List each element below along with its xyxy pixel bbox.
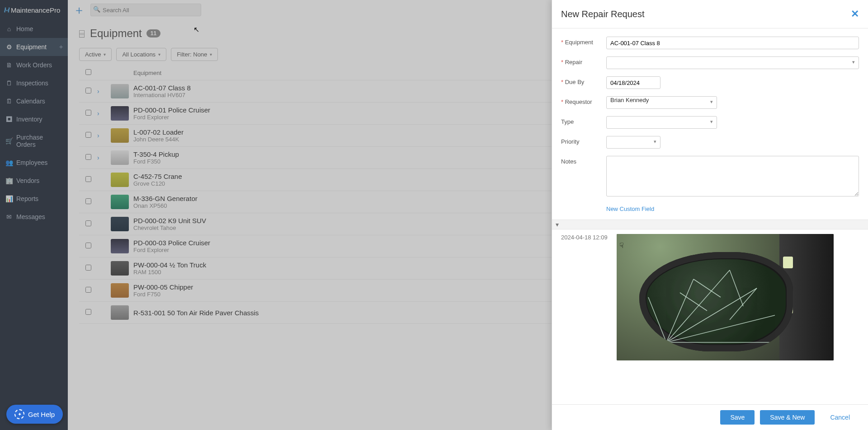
- label-dueby: Due By: [561, 76, 606, 85]
- svg-line-7: [730, 270, 743, 306]
- save-and-new-button[interactable]: Save & New: [760, 410, 815, 425]
- requestor-select[interactable]: Brian Kennedy: [606, 96, 717, 109]
- svg-line-1: [666, 270, 730, 342]
- help-label: Get Help: [28, 411, 55, 418]
- priority-select[interactable]: [606, 136, 660, 149]
- label-notes: Notes: [561, 156, 606, 165]
- caret-down-icon: ▾: [556, 221, 559, 228]
- save-button[interactable]: Save: [720, 410, 755, 425]
- label-requestor: Requestor: [561, 96, 606, 105]
- dueby-input[interactable]: [606, 76, 660, 89]
- section-toggle[interactable]: ▾: [552, 220, 868, 229]
- type-select[interactable]: [606, 116, 717, 129]
- svg-line-8: [730, 288, 757, 320]
- repair-select[interactable]: [606, 56, 859, 69]
- cancel-button[interactable]: Cancel: [820, 410, 860, 425]
- label-type: Type: [561, 116, 606, 125]
- label-equipment: Equipment: [561, 37, 606, 46]
- close-button[interactable]: ✕: [851, 8, 859, 20]
- repair-request-drawer: New Repair Request ✕ Equipment Repair Du…: [552, 0, 868, 430]
- svg-line-0: [666, 279, 693, 342]
- attachment-image[interactable]: [617, 234, 834, 360]
- label-priority: Priority: [561, 136, 606, 145]
- drawer-title: New Repair Request: [561, 9, 645, 19]
- svg-line-2: [666, 288, 757, 342]
- get-help-button[interactable]: ✦ Get Help: [6, 405, 63, 424]
- attachment-timestamp: 2024-04-18 12:09: [561, 234, 608, 241]
- new-custom-field-link[interactable]: New Custom Field: [606, 206, 654, 212]
- svg-line-6: [693, 279, 721, 297]
- label-repair: Repair: [561, 56, 606, 65]
- select-value: Brian Kennedy: [610, 97, 649, 103]
- notes-textarea[interactable]: [606, 156, 859, 196]
- close-icon: ✕: [851, 8, 859, 19]
- lifebuoy-icon: ✦: [14, 409, 24, 419]
- svg-line-3: [666, 315, 775, 342]
- equipment-input[interactable]: [606, 37, 859, 49]
